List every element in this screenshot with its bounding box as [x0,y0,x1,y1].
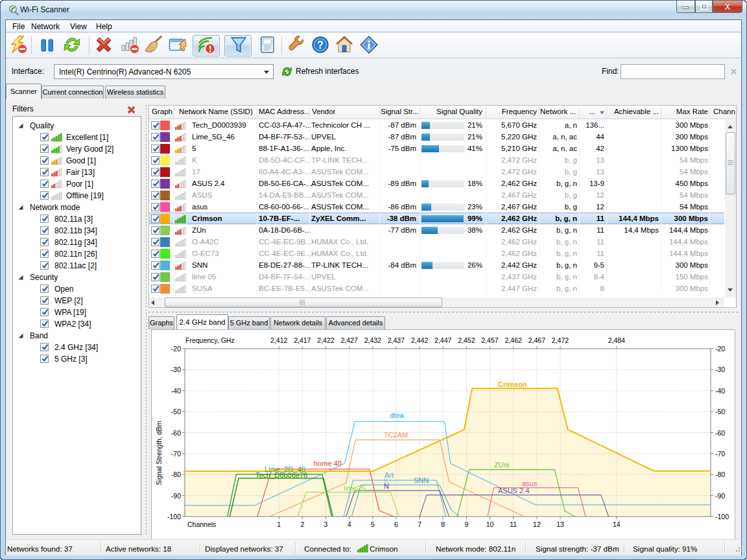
svg-text:-30: -30 [171,366,181,373]
svg-text:4: 4 [348,520,351,528]
svg-text:10: 10 [486,520,494,528]
svg-text:5: 5 [371,520,375,528]
svg-text:8: 8 [441,520,445,528]
svg-text:7: 7 [418,520,421,528]
svg-text:Frequency, GHz: Frequency, GHz [185,336,235,344]
svg-text:2,422: 2,422 [317,336,334,344]
svg-text:2,412: 2,412 [270,336,287,344]
svg-text:-60: -60 [715,429,725,437]
svg-text:2,427: 2,427 [340,336,357,344]
svg-text:lime2S: lime2S [344,484,366,492]
svg-text:2,432: 2,432 [364,336,381,344]
svg-text:SNN: SNN [414,476,429,484]
svg-text:-40: -40 [171,387,181,395]
svg-text:N: N [384,482,389,490]
svg-text:?: ? [317,40,324,51]
svg-text:9: 9 [464,520,468,528]
svg-text:12: 12 [533,520,541,528]
svg-text:2,462: 2,462 [505,336,522,344]
svg-text:-70: -70 [171,450,181,458]
svg-text:TC2AM: TC2AM [384,431,408,439]
svg-text:-50: -50 [171,408,181,415]
svg-text:-90: -90 [171,492,181,500]
svg-text:-100: -100 [167,513,181,520]
svg-text:2,472: 2,472 [552,336,569,344]
svg-text:Signal Strength, dBm: Signal Strength, dBm [155,421,163,485]
svg-text:13: 13 [556,520,564,528]
svg-text:2,447: 2,447 [434,336,451,344]
svg-text:2,484: 2,484 [608,336,625,344]
svg-text:-40: -40 [715,387,725,395]
svg-text:-20: -20 [171,345,181,353]
svg-text:-60: -60 [171,429,181,437]
svg-text:-30: -30 [715,366,725,373]
svg-text:-80: -80 [715,471,725,478]
svg-text:1: 1 [277,520,281,528]
svg-text:2,417: 2,417 [294,336,311,344]
svg-text:14: 14 [613,520,621,528]
svg-text:-20: -20 [715,345,725,353]
svg-text:2,452: 2,452 [458,336,475,344]
svg-text:Channels: Channels [187,520,216,528]
svg-text:Crimson: Crimson [498,380,527,388]
svg-text:11: 11 [510,520,517,528]
svg-text:2: 2 [300,520,304,528]
svg-text:2,437: 2,437 [388,336,405,344]
svg-text:2,442: 2,442 [411,336,428,344]
svg-text:-100: -100 [715,513,729,520]
svg-text:-50: -50 [715,408,725,415]
svg-text:-80: -80 [171,471,181,478]
svg-text:2,467: 2,467 [528,336,545,344]
svg-text:dlink: dlink [390,412,405,419]
svg-text:ASUS 2.4: ASUS 2.4 [498,487,529,495]
svg-text:2,457: 2,457 [481,336,498,344]
svg-text:ZUni: ZUni [494,461,509,469]
svg-text:home 40: home 40 [314,460,342,467]
svg-text:-90: -90 [715,492,725,500]
svg-text:Tech_D6b06e76: Tech_D6b06e76 [255,471,307,479]
svg-text:-70: -70 [715,450,725,458]
svg-text:6: 6 [394,520,398,528]
svg-text:3: 3 [324,520,328,528]
